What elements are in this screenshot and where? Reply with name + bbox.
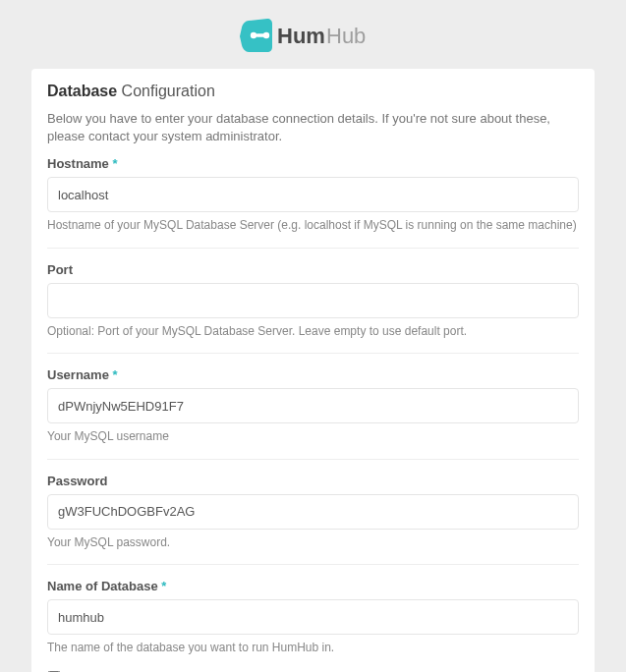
field-password: Password Your MySQL password. — [47, 474, 579, 551]
password-input[interactable] — [47, 494, 579, 530]
username-hint: Your MySQL username — [47, 429, 579, 445]
page-title: Database Configuration — [47, 83, 579, 100]
svg-text:Hub: Hub — [326, 24, 366, 48]
database-label-text: Name of Database — [47, 579, 158, 593]
svg-text:Hum: Hum — [277, 24, 325, 48]
username-input[interactable] — [47, 388, 579, 423]
database-label: Name of Database * — [47, 579, 579, 593]
username-label: Username * — [47, 367, 579, 382]
username-label-text: Username — [47, 367, 109, 382]
field-port: Port Optional: Port of your MySQL Databa… — [47, 262, 579, 340]
hostname-label: Hostname * — [47, 156, 579, 171]
required-mark: * — [113, 367, 118, 382]
svg-point-2 — [262, 32, 268, 38]
field-username: Username * Your MySQL username — [47, 367, 579, 445]
humhub-logo-icon: Hum Hub — [240, 18, 387, 55]
password-hint: Your MySQL password. — [47, 535, 579, 551]
divider — [47, 353, 579, 354]
required-mark: * — [112, 156, 117, 171]
hostname-hint: Hostname of your MySQL Database Server (… — [47, 218, 579, 234]
title-light: Configuration — [122, 83, 215, 99]
hostname-input[interactable] — [47, 177, 579, 212]
intro-text: Below you have to enter your database co… — [47, 110, 579, 144]
title-strong: Database — [47, 83, 117, 99]
divider — [47, 564, 579, 565]
brand-logo: Hum Hub — [0, 0, 626, 69]
required-mark: * — [161, 579, 166, 593]
port-input[interactable] — [47, 283, 579, 318]
config-panel: Database Configuration Below you have to… — [31, 69, 595, 672]
port-hint: Optional: Port of your MySQL Database Se… — [47, 324, 579, 340]
divider — [47, 459, 579, 460]
field-hostname: Hostname * Hostname of your MySQL Databa… — [47, 156, 579, 234]
hostname-label-text: Hostname — [47, 156, 109, 171]
divider — [47, 248, 579, 249]
database-hint: The name of the database you want to run… — [47, 641, 579, 656]
field-database: Name of Database * The name of the datab… — [47, 579, 579, 656]
password-label: Password — [47, 474, 579, 488]
database-input[interactable] — [47, 599, 579, 635]
port-label: Port — [47, 262, 579, 277]
